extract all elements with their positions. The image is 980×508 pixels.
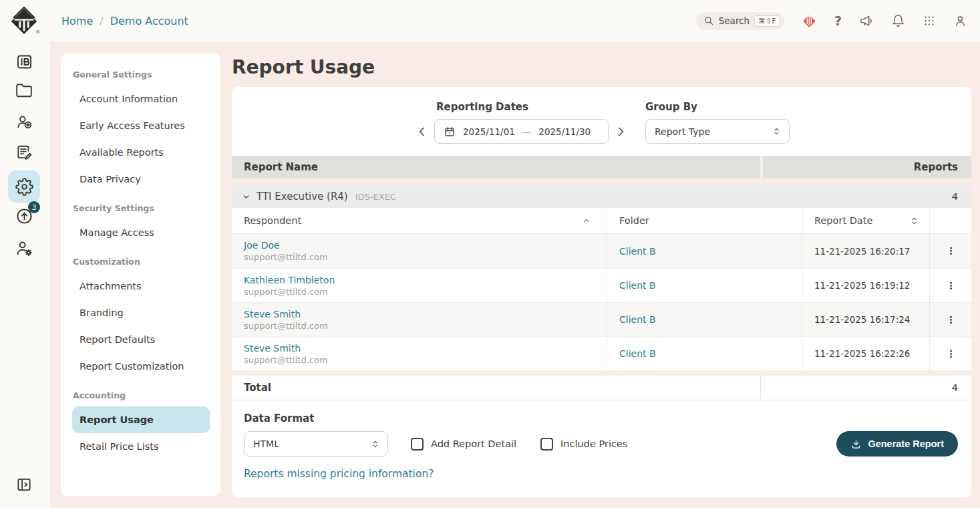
sort-report-date[interactable]: Report Date — [802, 208, 930, 233]
search-icon — [703, 15, 714, 26]
rail-user-admin-button[interactable] — [8, 232, 40, 264]
rail-expand-sidebar-button[interactable] — [8, 469, 40, 501]
export-controls: Data Format HTML Add Report Detail Inclu… — [232, 400, 971, 457]
brand-diamond-button[interactable] — [802, 13, 817, 29]
breadcrumb-home[interactable]: Home — [61, 15, 93, 27]
sidebar-item-branding[interactable]: Branding — [72, 299, 210, 326]
sidebar-item-report-usage[interactable]: Report Usage — [72, 406, 210, 433]
date-start-value: 2025/11/01 — [463, 126, 515, 137]
bottom-block: Total 4 Data Format HTML Add Report Deta… — [232, 376, 971, 497]
include-prices-group: Include Prices — [540, 438, 627, 451]
rail-settings-button[interactable] — [8, 170, 40, 203]
announcements-button[interactable] — [859, 13, 874, 28]
chevron-left-icon — [416, 125, 429, 138]
help-icon: ? — [834, 15, 842, 27]
row-actions-button[interactable] — [941, 242, 960, 261]
rail-folders-button[interactable] — [8, 74, 40, 106]
date-range-separator: — — [522, 126, 532, 137]
rail-upload-button[interactable]: 3 — [8, 200, 40, 232]
row-actions-button[interactable] — [941, 310, 960, 329]
group-by-label: Group By — [645, 101, 790, 113]
announcements-icon — [859, 13, 874, 28]
group-by-value: Report Type — [655, 126, 710, 137]
folder-column-label: Folder — [619, 215, 649, 226]
group-name[interactable]: TTI Executive (R4) — [257, 190, 348, 203]
settings-sidebar: General Settings Account Information Ear… — [61, 53, 220, 496]
sidebar-item-retail-price-lists[interactable]: Retail Price Lists — [72, 433, 210, 460]
search-input[interactable]: Search ⌘⇧F — [696, 12, 784, 30]
sidebar-item-report-customization[interactable]: Report Customization — [72, 353, 210, 380]
topbar: ® Home / Demo Account Search ⌘⇧F ? — [0, 0, 980, 41]
chevron-down-icon[interactable] — [242, 193, 251, 201]
add-report-detail-group: Add Report Detail — [411, 438, 516, 451]
pricing-info-link[interactable]: Reports missing pricing information? — [244, 468, 434, 480]
date-range-input[interactable]: 2025/11/01 — 2025/11/30 — [434, 119, 609, 144]
sidebar-item-report-defaults[interactable]: Report Defaults — [72, 326, 210, 353]
folder-link[interactable]: Client B — [619, 280, 656, 291]
sidebar-item-attachments[interactable]: Attachments — [72, 273, 210, 299]
include-prices-label[interactable]: Include Prices — [560, 438, 627, 449]
respondent-link[interactable]: Kathleen Timbleton — [244, 275, 606, 285]
group-row[interactable]: TTI Executive (R4) IDS-EXEC 4 — [232, 185, 971, 208]
include-prices-checkbox[interactable] — [540, 438, 553, 451]
download-icon — [850, 438, 862, 450]
rail-edit-document-button[interactable] — [8, 136, 40, 168]
folder-icon — [15, 82, 33, 99]
sidebar-item-account-information[interactable]: Account Information — [72, 86, 210, 112]
app-grid-button[interactable] — [923, 14, 936, 27]
group-by-group: Group By Report Type — [645, 101, 790, 156]
folder-link[interactable]: Client B — [619, 314, 656, 325]
add-report-detail-checkbox[interactable] — [411, 438, 424, 451]
tti-logo[interactable]: ® — [9, 5, 39, 36]
report-date-column-label: Report Date — [814, 215, 872, 226]
data-format-value: HTML — [253, 438, 279, 449]
sidebar-item-data-privacy[interactable]: Data Privacy — [72, 166, 210, 193]
report-date-value: 11-21-2025 16:19:12 — [814, 280, 910, 291]
respondent-email: support@ttiltd.com — [244, 355, 606, 365]
help-button[interactable]: ? — [834, 15, 842, 27]
notifications-icon — [891, 14, 905, 28]
keyboard-shortcut-badge: ⌘⇧F — [754, 15, 780, 27]
report-date-value: 11-21-2025 16:20:17 — [814, 246, 910, 257]
folder-link[interactable]: Client B — [619, 348, 656, 359]
row-actions-button[interactable] — [941, 276, 960, 295]
report-usage-panel: Reporting Dates 2025/11/01 — 2025/11/3 — [232, 87, 971, 497]
settings-gear-icon — [15, 178, 33, 196]
respondent-email: support@ttiltd.com — [244, 252, 606, 262]
row-actions-button[interactable] — [941, 344, 960, 363]
respondent-link[interactable]: Joe Doe — [244, 240, 606, 251]
group-by-select[interactable]: Report Type — [645, 119, 790, 144]
next-period-button[interactable] — [612, 122, 629, 142]
notifications-button[interactable] — [891, 14, 905, 28]
sidebar-item-early-access-features[interactable]: Early Access Features — [72, 112, 210, 139]
breadcrumb-current[interactable]: Demo Account — [110, 15, 188, 27]
breadcrumb-separator: / — [100, 15, 103, 27]
respondent-email: support@ttiltd.com — [244, 321, 606, 331]
generate-report-button[interactable]: Generate Report — [836, 431, 958, 457]
respondent-link[interactable]: Steve Smith — [244, 343, 606, 354]
sidebar-section-general: General Settings — [61, 59, 220, 86]
table-row: Kathleen Timbleton support@ttiltd.com Cl… — [232, 268, 971, 302]
table-row: Joe Doe support@ttiltd.com Client B 11-2… — [232, 234, 971, 268]
sort-respondent[interactable]: Respondent — [232, 208, 607, 233]
respondent-link[interactable]: Steve Smith — [244, 309, 606, 320]
kebab-menu-icon — [946, 315, 956, 325]
add-report-detail-label[interactable]: Add Report Detail — [431, 438, 516, 449]
folder-link[interactable]: Client B — [619, 246, 656, 257]
kebab-menu-icon — [946, 246, 956, 256]
report-date-value: 11-21-2025 16:17:24 — [814, 314, 910, 325]
filter-card: Reporting Dates 2025/11/01 — 2025/11/3 — [232, 87, 971, 156]
sidebar-item-manage-access[interactable]: Manage Access — [72, 219, 210, 246]
table-row: Steve Smith support@ttiltd.com Client B … — [232, 336, 971, 370]
total-label: Total — [232, 376, 760, 400]
account-button[interactable] — [953, 14, 967, 28]
data-format-select[interactable]: HTML — [244, 431, 388, 457]
rail-reports-button[interactable] — [8, 45, 40, 78]
previous-period-button[interactable] — [414, 122, 431, 142]
sidebar-item-available-reports[interactable]: Available Reports — [72, 139, 210, 166]
reporting-dates-label: Reporting Dates — [436, 101, 629, 113]
reports-header: Reports — [763, 156, 971, 178]
rail-add-user-button[interactable] — [8, 106, 40, 138]
group-code: IDS-EXEC — [355, 192, 396, 202]
content-area: General Settings Account Information Ear… — [50, 41, 980, 508]
